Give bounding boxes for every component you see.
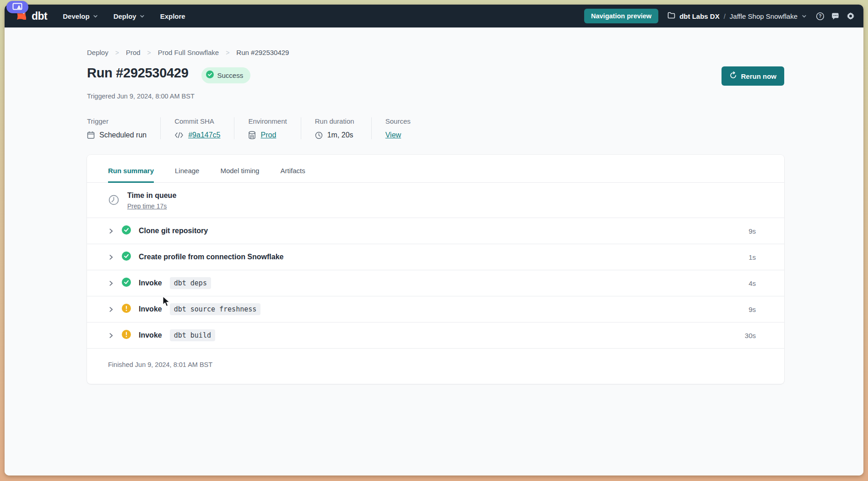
sources-view-link[interactable]: View (385, 131, 401, 139)
detail-label: Environment (248, 117, 287, 125)
breadcrumb-job[interactable]: Prod Full Snowflake (158, 49, 219, 56)
command-chip: dbt source freshness (170, 303, 261, 315)
browser-window: dbt Develop Deploy Explore Navigation pr… (5, 5, 863, 476)
tab-artifacts[interactable]: Artifacts (280, 167, 305, 182)
tab-lineage[interactable]: Lineage (175, 167, 199, 182)
clock-icon (315, 131, 323, 139)
run-detail-page: Deploy > Prod > Prod Full Snowflake > Ru… (5, 27, 863, 476)
chevron-down-icon (93, 14, 98, 19)
database-icon (248, 131, 256, 139)
status-badge: Success (201, 67, 251, 83)
step-row-clone-git[interactable]: Clone git repository 9s (87, 218, 784, 244)
status-badge-label: Success (217, 71, 244, 79)
detail-label: Trigger (87, 117, 146, 125)
top-navbar: dbt Develop Deploy Explore Navigation pr… (5, 5, 863, 27)
tab-run-summary[interactable]: Run summary (108, 167, 154, 183)
breadcrumb-run: Run #292530429 (236, 49, 289, 56)
navigation-preview-button[interactable]: Navigation preview (584, 9, 658, 23)
step-row-create-profile[interactable]: Create profile from connection Snowflake… (87, 244, 784, 270)
step-duration: 9s (749, 306, 756, 313)
nav-menu-develop[interactable]: Develop (63, 12, 98, 20)
project-name[interactable]: Jaffle Shop Snowflake (730, 12, 797, 20)
success-check-icon (206, 71, 214, 80)
commit-sha-link[interactable]: #9a147c5 (188, 131, 220, 139)
nav-menu-explore-label: Explore (160, 12, 185, 20)
step-duration: 30s (745, 332, 756, 339)
detail-label: Sources (385, 117, 411, 125)
command-chip: dbt build (170, 329, 215, 341)
help-icon[interactable]: ? (816, 12, 825, 21)
step-label: Invoke (139, 279, 162, 287)
step-duration: 9s (749, 227, 756, 235)
step-label: Invoke (139, 331, 162, 339)
refresh-icon (729, 71, 737, 81)
breadcrumb-prod[interactable]: Prod (126, 49, 141, 56)
chevron-right-icon[interactable] (108, 306, 114, 312)
success-check-icon (122, 251, 131, 262)
svg-text:?: ? (819, 14, 821, 19)
finished-timestamp: Finished Jun 9, 2024, 8:01 AM BST (87, 349, 784, 382)
step-row-dbt-source-freshness[interactable]: Invoke dbt source freshness 9s (87, 296, 784, 322)
step-duration: 1s (749, 253, 756, 261)
breadcrumb-separator: > (226, 49, 229, 56)
step-duration: 4s (749, 279, 756, 287)
page-title: Run #292530429 (87, 66, 189, 81)
account-name[interactable]: dbt Labs DX (679, 12, 720, 20)
desktop-frame: dbt Develop Deploy Explore Navigation pr… (0, 0, 868, 481)
screen-share-user-icon (12, 3, 22, 12)
triggered-timestamp: Triggered Jun 9, 2024, 8:00 AM BST (87, 93, 784, 100)
timer-icon (108, 194, 119, 208)
breadcrumb-deploy[interactable]: Deploy (87, 49, 108, 56)
session-badge[interactable] (6, 1, 28, 13)
detail-sources: Sources View (385, 117, 424, 139)
step-row-dbt-build[interactable]: Invoke dbt build 30s (87, 322, 784, 349)
dbt-logo-text: dbt (32, 10, 47, 22)
nav-menu-explore[interactable]: Explore (160, 12, 185, 20)
step-label: Clone git repository (139, 227, 208, 235)
nav-menu-develop-label: Develop (63, 12, 89, 20)
nav-menu-deploy-label: Deploy (114, 12, 136, 20)
command-chip: dbt deps (170, 277, 211, 289)
detail-run-duration: Run duration 1m, 20s (315, 117, 372, 139)
success-check-icon (122, 278, 131, 289)
calendar-icon (87, 131, 95, 139)
nav-menu-deploy[interactable]: Deploy (114, 12, 145, 20)
step-row-dbt-deps[interactable]: Invoke dbt deps 4s (87, 270, 784, 296)
queue-title: Time in queue (127, 191, 176, 200)
chevron-right-icon[interactable] (108, 280, 114, 286)
warning-icon (122, 330, 131, 341)
step-label: Invoke (139, 305, 162, 313)
settings-gear-icon[interactable] (846, 11, 855, 21)
chevron-right-icon[interactable] (108, 333, 114, 339)
detail-environment: Environment Prod (248, 117, 301, 139)
step-label: Create profile from connection Snowflake (139, 253, 284, 261)
detail-commit-sha: Commit SHA #9a147c5 (174, 117, 234, 139)
chevron-down-icon (140, 14, 145, 19)
breadcrumb-separator: > (115, 49, 119, 56)
detail-label: Commit SHA (174, 117, 220, 125)
detail-label: Run duration (315, 117, 358, 125)
account-project-selector[interactable]: dbt Labs DX / Jaffle Shop Snowflake (667, 12, 807, 20)
time-in-queue-row: Time in queue Prep time 17s (87, 183, 784, 218)
tab-model-timing[interactable]: Model timing (220, 167, 259, 182)
chevron-down-icon (802, 14, 807, 19)
rerun-now-label: Rerun now (741, 72, 777, 80)
chevron-right-icon[interactable] (108, 228, 114, 234)
prep-time-link[interactable]: Prep time 17s (127, 202, 176, 210)
path-separator: / (724, 12, 726, 20)
detail-value: Scheduled run (99, 131, 146, 139)
breadcrumb: Deploy > Prod > Prod Full Snowflake > Ru… (87, 27, 784, 56)
rerun-now-button[interactable]: Rerun now (722, 66, 785, 86)
chevron-right-icon[interactable] (108, 254, 114, 260)
run-summary-card: Run summary Lineage Model timing Artifac… (87, 155, 784, 384)
detail-value: 1m, 20s (327, 131, 353, 139)
warning-icon (122, 304, 131, 315)
detail-trigger: Trigger Scheduled run (87, 117, 161, 139)
folder-icon (667, 12, 675, 20)
environment-link[interactable]: Prod (260, 131, 276, 139)
breadcrumb-separator: > (147, 49, 151, 56)
code-icon (174, 132, 184, 138)
run-details-strip: Trigger Scheduled run C (87, 117, 784, 139)
feedback-icon[interactable] (831, 12, 840, 21)
success-check-icon (122, 225, 131, 236)
